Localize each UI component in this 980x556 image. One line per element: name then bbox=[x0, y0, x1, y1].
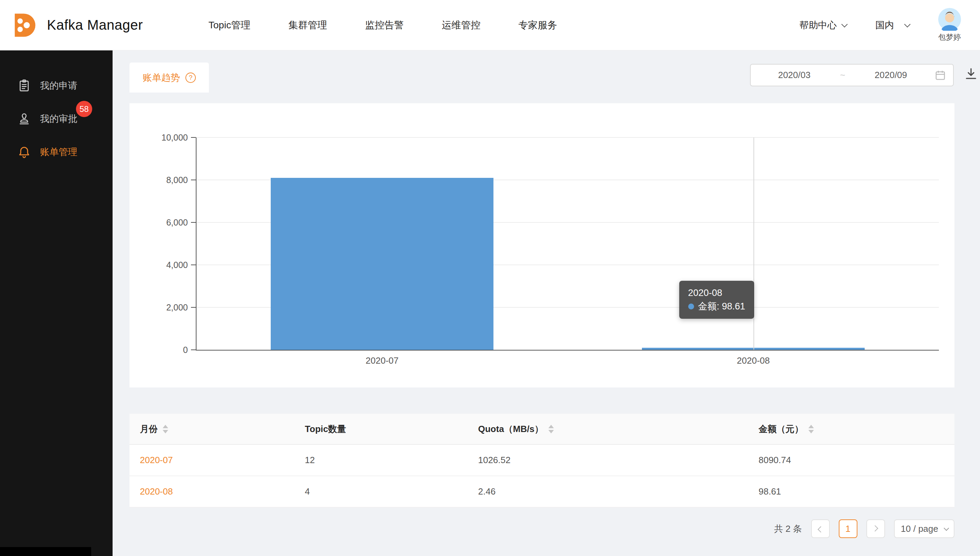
x-axis-label: 2020-07 bbox=[366, 356, 399, 366]
chevron-right-icon bbox=[872, 525, 878, 531]
sidebar-item-bill-management[interactable]: 账单管理 bbox=[0, 136, 113, 168]
date-end[interactable]: 2020/09 bbox=[848, 70, 935, 81]
approvals-count-badge: 58 bbox=[76, 101, 92, 117]
quota-cell: 2.46 bbox=[478, 486, 496, 497]
y-axis-label: 8,000 bbox=[131, 175, 188, 185]
tooltip-value: 金额: 98.61 bbox=[698, 300, 746, 313]
y-axis-label: 6,000 bbox=[131, 218, 188, 228]
gridline bbox=[197, 137, 939, 138]
prev-page-button[interactable] bbox=[811, 519, 830, 538]
chevron-down-icon bbox=[841, 21, 848, 27]
crosshair-line bbox=[754, 137, 754, 350]
nav-monitor-alert[interactable]: 监控告警 bbox=[365, 19, 404, 32]
next-page-button[interactable] bbox=[866, 519, 885, 538]
download-button[interactable] bbox=[963, 66, 979, 82]
date-start[interactable]: 2020/03 bbox=[751, 70, 838, 81]
sidebar: 我的申请 我的审批 58 账单管理 bbox=[0, 50, 113, 556]
page-number-button[interactable]: 1 bbox=[839, 519, 857, 538]
header-right: 帮助中心 国内 包梦婷 bbox=[799, 8, 980, 42]
sidebar-item-label: 我的申请 bbox=[40, 79, 77, 92]
logo-icon bbox=[9, 10, 39, 40]
sidebar-menu: 我的申请 我的审批 58 账单管理 bbox=[0, 50, 113, 168]
month-link[interactable]: 2020-08 bbox=[140, 486, 173, 497]
total-count: 共 2 条 bbox=[774, 523, 802, 535]
y-axis-label: 2,000 bbox=[131, 302, 188, 312]
tab-bill-trend[interactable]: 账单趋势 ? bbox=[129, 63, 209, 92]
amount-cell: 8090.74 bbox=[759, 455, 791, 465]
sort-icon[interactable] bbox=[808, 425, 814, 433]
y-axis-tick bbox=[191, 265, 196, 265]
y-axis-tick bbox=[191, 349, 196, 350]
topic-count-cell: 4 bbox=[305, 486, 310, 497]
y-axis-label: 0 bbox=[131, 345, 188, 355]
sort-icon[interactable] bbox=[548, 425, 554, 433]
date-separator: ~ bbox=[838, 70, 847, 81]
user-menu[interactable]: 包梦婷 bbox=[938, 8, 961, 42]
table-header-row: 月份 Topic数量 Quota（MB/s） 金额（元） bbox=[129, 414, 954, 445]
tab-label: 账单趋势 bbox=[143, 71, 180, 84]
table-row: 2020-08 4 2.46 98.61 bbox=[129, 476, 954, 508]
top-header: Kafka Manager Topic管理 集群管理 监控告警 运维管控 专家服… bbox=[0, 0, 980, 50]
y-axis-tick bbox=[191, 222, 196, 223]
y-axis-label: 4,000 bbox=[131, 260, 188, 270]
page-size-value: 10 / page bbox=[901, 524, 938, 534]
sidebar-item-my-applications[interactable]: 我的申请 bbox=[0, 69, 113, 102]
region-select[interactable]: 国内 bbox=[875, 19, 909, 31]
tooltip-title: 2020-08 bbox=[688, 286, 746, 300]
bill-table: 月份 Topic数量 Quota（MB/s） 金额（元） 2020-07 12 bbox=[129, 414, 954, 508]
calendar-icon bbox=[935, 70, 946, 81]
chevron-down-icon bbox=[904, 21, 910, 27]
column-header-amount[interactable]: 金额（元） bbox=[748, 423, 954, 435]
topic-count-cell: 12 bbox=[305, 455, 315, 465]
column-header-month[interactable]: 月份 bbox=[129, 423, 295, 435]
amount-cell: 98.61 bbox=[759, 486, 781, 497]
chart-tooltip: 2020-08 金额: 98.61 bbox=[679, 281, 754, 319]
nav-expert-service[interactable]: 专家服务 bbox=[518, 19, 557, 32]
column-header-topic-count: Topic数量 bbox=[295, 423, 468, 435]
y-axis-tick bbox=[191, 307, 196, 308]
x-axis-label: 2020-08 bbox=[737, 356, 770, 366]
main-content: 账单趋势 ? 2020/03 ~ 2020/09 2020-08 bbox=[113, 50, 980, 556]
sidebar-footer bbox=[0, 547, 91, 556]
nav-ops-control[interactable]: 运维管控 bbox=[442, 19, 480, 32]
nav-topic-management[interactable]: Topic管理 bbox=[208, 19, 250, 32]
region-label: 国内 bbox=[875, 19, 894, 31]
y-axis-tick bbox=[191, 179, 196, 180]
app-title: Kafka Manager bbox=[47, 17, 143, 33]
quota-cell: 1026.52 bbox=[478, 455, 510, 465]
date-range-picker[interactable]: 2020/03 ~ 2020/09 bbox=[750, 64, 954, 86]
sidebar-item-my-approvals[interactable]: 我的审批 58 bbox=[0, 102, 113, 136]
avatar bbox=[938, 8, 961, 31]
bar-2020-07[interactable] bbox=[271, 178, 494, 350]
chevron-left-icon bbox=[818, 526, 824, 532]
nav-cluster-management[interactable]: 集群管理 bbox=[288, 19, 327, 32]
app-logo[interactable] bbox=[9, 10, 39, 40]
month-link[interactable]: 2020-07 bbox=[140, 455, 173, 465]
bell-icon bbox=[17, 145, 31, 159]
page-size-select[interactable]: 10 / page bbox=[894, 519, 954, 538]
clipboard-icon bbox=[17, 79, 31, 92]
sidebar-item-label: 账单管理 bbox=[40, 146, 77, 158]
table-row: 2020-07 12 1026.52 8090.74 bbox=[129, 445, 954, 476]
main-nav: Topic管理 集群管理 监控告警 运维管控 专家服务 bbox=[208, 19, 557, 32]
sidebar-item-label: 我的审批 bbox=[40, 113, 77, 125]
y-axis-label: 10,000 bbox=[131, 133, 188, 142]
help-question-icon[interactable]: ? bbox=[186, 73, 196, 83]
stamp-icon bbox=[17, 112, 31, 126]
help-center-label: 帮助中心 bbox=[799, 19, 837, 31]
help-center-menu[interactable]: 帮助中心 bbox=[799, 19, 846, 31]
y-axis-tick bbox=[191, 137, 196, 138]
kafka-manager-page: Kafka Manager Topic管理 集群管理 监控告警 运维管控 专家服… bbox=[0, 0, 980, 556]
chevron-down-icon bbox=[944, 525, 949, 531]
chart-plot[interactable]: 2020-08 金额: 98.61 02,0004,0006,0008,0001… bbox=[196, 137, 939, 351]
sort-icon[interactable] bbox=[163, 425, 168, 433]
column-header-quota[interactable]: Quota（MB/s） bbox=[468, 423, 748, 435]
user-name: 包梦婷 bbox=[938, 32, 961, 42]
download-icon bbox=[964, 67, 978, 81]
tooltip-series-dot bbox=[688, 304, 694, 309]
bill-trend-chart-panel: 2020-08 金额: 98.61 02,0004,0006,0008,0001… bbox=[129, 103, 954, 388]
pagination: 共 2 条 1 10 / page bbox=[129, 519, 954, 538]
